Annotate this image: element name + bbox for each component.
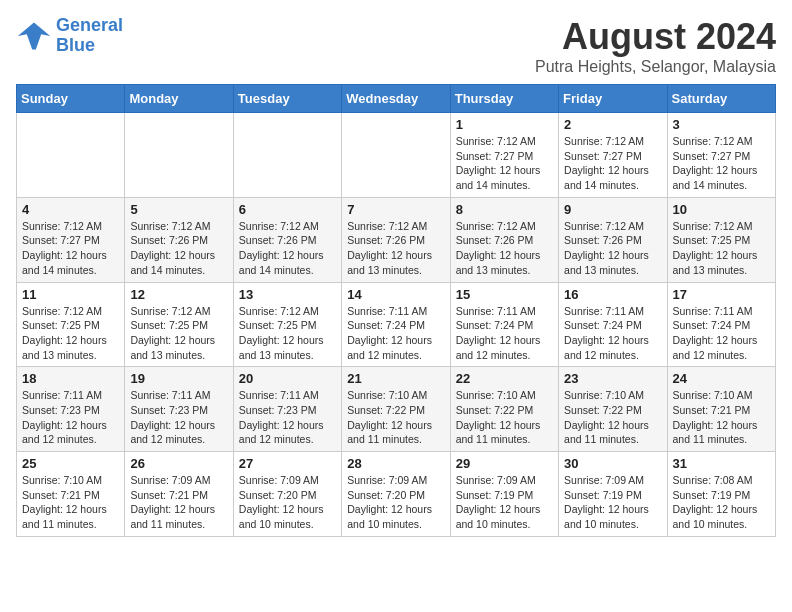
day-number: 26 [130,456,227,471]
day-info: Sunrise: 7:10 AM Sunset: 7:22 PM Dayligh… [564,388,661,447]
day-cell [233,113,341,198]
header: General Blue August 2024 Putra Heights, … [16,16,776,76]
day-info: Sunrise: 7:11 AM Sunset: 7:23 PM Dayligh… [22,388,119,447]
day-number: 5 [130,202,227,217]
day-cell: 31Sunrise: 7:08 AM Sunset: 7:19 PM Dayli… [667,452,775,537]
main-title: August 2024 [535,16,776,58]
day-number: 20 [239,371,336,386]
day-cell: 29Sunrise: 7:09 AM Sunset: 7:19 PM Dayli… [450,452,558,537]
day-info: Sunrise: 7:10 AM Sunset: 7:22 PM Dayligh… [347,388,444,447]
day-cell: 17Sunrise: 7:11 AM Sunset: 7:24 PM Dayli… [667,282,775,367]
day-cell: 21Sunrise: 7:10 AM Sunset: 7:22 PM Dayli… [342,367,450,452]
day-cell: 26Sunrise: 7:09 AM Sunset: 7:21 PM Dayli… [125,452,233,537]
week-row-0: 1Sunrise: 7:12 AM Sunset: 7:27 PM Daylig… [17,113,776,198]
day-cell: 1Sunrise: 7:12 AM Sunset: 7:27 PM Daylig… [450,113,558,198]
day-info: Sunrise: 7:12 AM Sunset: 7:27 PM Dayligh… [456,134,553,193]
day-cell: 7Sunrise: 7:12 AM Sunset: 7:26 PM Daylig… [342,197,450,282]
day-cell [17,113,125,198]
day-number: 11 [22,287,119,302]
day-info: Sunrise: 7:12 AM Sunset: 7:25 PM Dayligh… [673,219,770,278]
day-info: Sunrise: 7:12 AM Sunset: 7:26 PM Dayligh… [239,219,336,278]
day-info: Sunrise: 7:11 AM Sunset: 7:24 PM Dayligh… [564,304,661,363]
day-cell [342,113,450,198]
day-info: Sunrise: 7:10 AM Sunset: 7:21 PM Dayligh… [673,388,770,447]
day-number: 19 [130,371,227,386]
day-cell: 24Sunrise: 7:10 AM Sunset: 7:21 PM Dayli… [667,367,775,452]
day-cell: 11Sunrise: 7:12 AM Sunset: 7:25 PM Dayli… [17,282,125,367]
day-cell: 20Sunrise: 7:11 AM Sunset: 7:23 PM Dayli… [233,367,341,452]
day-number: 10 [673,202,770,217]
day-number: 9 [564,202,661,217]
day-info: Sunrise: 7:12 AM Sunset: 7:26 PM Dayligh… [456,219,553,278]
day-cell: 28Sunrise: 7:09 AM Sunset: 7:20 PM Dayli… [342,452,450,537]
day-number: 29 [456,456,553,471]
header-tuesday: Tuesday [233,85,341,113]
day-info: Sunrise: 7:12 AM Sunset: 7:26 PM Dayligh… [130,219,227,278]
day-cell: 25Sunrise: 7:10 AM Sunset: 7:21 PM Dayli… [17,452,125,537]
header-saturday: Saturday [667,85,775,113]
logo-icon [16,18,52,54]
day-number: 2 [564,117,661,132]
day-cell: 14Sunrise: 7:11 AM Sunset: 7:24 PM Dayli… [342,282,450,367]
day-info: Sunrise: 7:12 AM Sunset: 7:26 PM Dayligh… [347,219,444,278]
day-info: Sunrise: 7:12 AM Sunset: 7:27 PM Dayligh… [673,134,770,193]
calendar-header-row: SundayMondayTuesdayWednesdayThursdayFrid… [17,85,776,113]
day-number: 23 [564,371,661,386]
day-number: 6 [239,202,336,217]
day-info: Sunrise: 7:12 AM Sunset: 7:25 PM Dayligh… [130,304,227,363]
day-number: 15 [456,287,553,302]
day-number: 14 [347,287,444,302]
day-info: Sunrise: 7:12 AM Sunset: 7:26 PM Dayligh… [564,219,661,278]
day-cell: 8Sunrise: 7:12 AM Sunset: 7:26 PM Daylig… [450,197,558,282]
day-info: Sunrise: 7:09 AM Sunset: 7:21 PM Dayligh… [130,473,227,532]
day-cell: 3Sunrise: 7:12 AM Sunset: 7:27 PM Daylig… [667,113,775,198]
day-cell: 18Sunrise: 7:11 AM Sunset: 7:23 PM Dayli… [17,367,125,452]
day-info: Sunrise: 7:11 AM Sunset: 7:24 PM Dayligh… [456,304,553,363]
svg-marker-0 [18,22,50,49]
day-number: 21 [347,371,444,386]
day-number: 3 [673,117,770,132]
day-info: Sunrise: 7:11 AM Sunset: 7:23 PM Dayligh… [130,388,227,447]
day-info: Sunrise: 7:12 AM Sunset: 7:25 PM Dayligh… [239,304,336,363]
day-cell: 9Sunrise: 7:12 AM Sunset: 7:26 PM Daylig… [559,197,667,282]
day-number: 18 [22,371,119,386]
day-cell: 27Sunrise: 7:09 AM Sunset: 7:20 PM Dayli… [233,452,341,537]
logo-line1: General [56,15,123,35]
title-area: August 2024 Putra Heights, Selangor, Mal… [535,16,776,76]
day-number: 16 [564,287,661,302]
header-friday: Friday [559,85,667,113]
day-number: 30 [564,456,661,471]
day-cell: 5Sunrise: 7:12 AM Sunset: 7:26 PM Daylig… [125,197,233,282]
day-info: Sunrise: 7:12 AM Sunset: 7:27 PM Dayligh… [22,219,119,278]
day-info: Sunrise: 7:09 AM Sunset: 7:20 PM Dayligh… [347,473,444,532]
day-info: Sunrise: 7:11 AM Sunset: 7:24 PM Dayligh… [347,304,444,363]
day-number: 7 [347,202,444,217]
logo-line2: Blue [56,35,95,55]
day-info: Sunrise: 7:11 AM Sunset: 7:23 PM Dayligh… [239,388,336,447]
day-cell: 2Sunrise: 7:12 AM Sunset: 7:27 PM Daylig… [559,113,667,198]
day-cell: 19Sunrise: 7:11 AM Sunset: 7:23 PM Dayli… [125,367,233,452]
day-info: Sunrise: 7:12 AM Sunset: 7:27 PM Dayligh… [564,134,661,193]
day-number: 17 [673,287,770,302]
calendar-body: 1Sunrise: 7:12 AM Sunset: 7:27 PM Daylig… [17,113,776,537]
day-number: 24 [673,371,770,386]
day-info: Sunrise: 7:08 AM Sunset: 7:19 PM Dayligh… [673,473,770,532]
week-row-1: 4Sunrise: 7:12 AM Sunset: 7:27 PM Daylig… [17,197,776,282]
day-number: 27 [239,456,336,471]
day-number: 25 [22,456,119,471]
day-number: 12 [130,287,227,302]
header-thursday: Thursday [450,85,558,113]
day-cell: 22Sunrise: 7:10 AM Sunset: 7:22 PM Dayli… [450,367,558,452]
day-cell: 13Sunrise: 7:12 AM Sunset: 7:25 PM Dayli… [233,282,341,367]
week-row-3: 18Sunrise: 7:11 AM Sunset: 7:23 PM Dayli… [17,367,776,452]
day-info: Sunrise: 7:11 AM Sunset: 7:24 PM Dayligh… [673,304,770,363]
day-cell: 15Sunrise: 7:11 AM Sunset: 7:24 PM Dayli… [450,282,558,367]
week-row-2: 11Sunrise: 7:12 AM Sunset: 7:25 PM Dayli… [17,282,776,367]
day-number: 28 [347,456,444,471]
day-number: 22 [456,371,553,386]
week-row-4: 25Sunrise: 7:10 AM Sunset: 7:21 PM Dayli… [17,452,776,537]
day-number: 31 [673,456,770,471]
day-number: 4 [22,202,119,217]
day-info: Sunrise: 7:09 AM Sunset: 7:19 PM Dayligh… [564,473,661,532]
day-info: Sunrise: 7:12 AM Sunset: 7:25 PM Dayligh… [22,304,119,363]
